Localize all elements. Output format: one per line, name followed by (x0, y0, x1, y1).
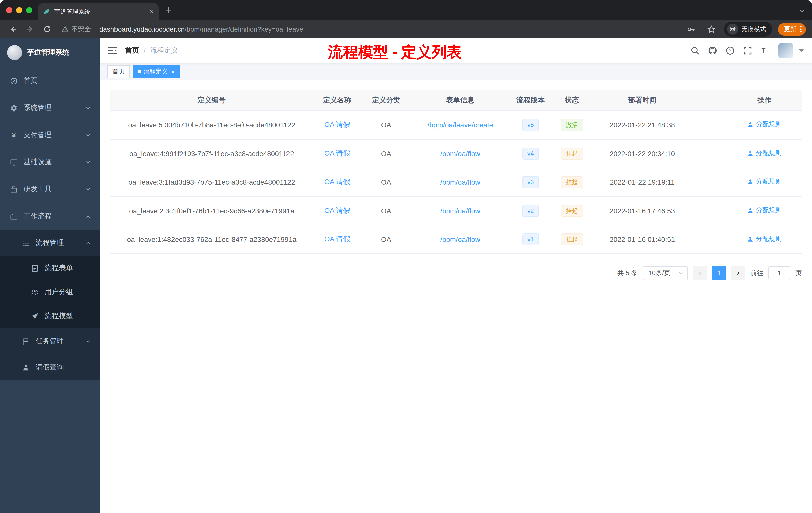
logo-title: 芋道管理系统 (27, 48, 69, 57)
person-icon (747, 121, 754, 128)
monitor-icon (10, 158, 18, 166)
sidebar-item-infra[interactable]: 基础设施 (0, 149, 100, 176)
form-link[interactable]: /bpm/oa/flow (440, 149, 480, 157)
page-1-button[interactable]: 1 (712, 266, 726, 280)
goto-unit: 页 (795, 268, 802, 277)
form-link[interactable]: /bpm/oa/leave/create (427, 121, 493, 129)
next-page-button[interactable] (731, 266, 745, 280)
bookmark-star-icon[interactable] (704, 22, 718, 36)
header-form-info: 表单信息 (411, 90, 509, 111)
security-chip[interactable]: 不安全 (61, 25, 91, 34)
table-row: oa_leave:3:1fad3d93-7b75-11ec-a3c8-acde4… (110, 168, 802, 196)
url-text[interactable]: dashboard.yudao.iocoder.cn/bpm/manager/d… (99, 25, 303, 33)
breadcrumb-separator: / (144, 47, 146, 55)
browser-update-button[interactable]: 更新 (778, 23, 806, 35)
warning-icon (61, 25, 69, 33)
header-definition-name: 定义名称 (313, 90, 361, 111)
tag-process-definition[interactable]: 流程定义 × (133, 65, 180, 78)
search-icon[interactable] (691, 46, 699, 55)
breadcrumb: 首页 / 流程定义 (125, 46, 178, 55)
status-badge: 激活 (561, 119, 583, 131)
document-icon (31, 264, 39, 272)
assign-rule-link[interactable]: 分配规则 (747, 120, 782, 129)
svg-text:¥: ¥ (12, 131, 16, 139)
page-size-select[interactable]: 10条/页 (643, 266, 688, 280)
definition-name-link[interactable]: OA 请假 (324, 149, 350, 157)
sidebar-item-user-group[interactable]: 用户分组 (0, 280, 100, 304)
sidebar-logo[interactable]: 芋道管理系统 (0, 38, 100, 67)
sidebar-item-home[interactable]: 首页 (0, 67, 100, 94)
avatar-caret-icon[interactable] (799, 49, 804, 52)
form-link[interactable]: /bpm/oa/flow (440, 207, 480, 215)
browser-tab[interactable]: 芋道管理系统 × (38, 3, 159, 20)
sidebar-item-payment[interactable]: ¥ 支付管理 (0, 121, 100, 149)
help-icon[interactable]: ? (726, 46, 735, 55)
svg-text:T: T (761, 47, 765, 55)
svg-text:?: ? (729, 48, 731, 54)
breadcrumb-home[interactable]: 首页 (125, 46, 139, 55)
header-status: 状态 (552, 90, 592, 111)
zoom-window-button[interactable] (26, 7, 32, 13)
status-badge: 挂起 (561, 147, 583, 159)
sidebar-item-leave-query[interactable]: 请假查询 (0, 354, 100, 381)
prev-page-button[interactable] (693, 266, 707, 280)
sidebar-item-task-mgmt[interactable]: 任务管理 (0, 328, 100, 354)
tab-search-icon[interactable] (799, 8, 805, 14)
back-button[interactable] (6, 22, 20, 36)
definition-name-link[interactable]: OA 请假 (324, 177, 350, 185)
user-avatar[interactable] (778, 43, 793, 58)
password-key-icon[interactable] (684, 22, 698, 36)
definition-name-link[interactable]: OA 请假 (324, 120, 350, 128)
incognito-indicator: 无痕模式 (724, 22, 772, 37)
fullscreen-icon[interactable] (743, 46, 752, 55)
tab-close-icon[interactable]: × (150, 8, 154, 15)
page-title-annotation: 流程模型 - 定义列表 (328, 42, 462, 63)
minimize-window-button[interactable] (16, 7, 22, 13)
window-controls (6, 7, 32, 13)
definition-name-link[interactable]: OA 请假 (324, 235, 350, 243)
status-badge: 挂起 (561, 233, 583, 245)
new-tab-button[interactable] (165, 6, 173, 14)
sidebar-item-workflow[interactable]: 工作流程 (0, 203, 100, 230)
github-icon[interactable] (708, 46, 717, 55)
cell-id: oa_leave:5:004b710b-7b8a-11ec-8ef0-acde4… (110, 111, 313, 139)
sidebar-item-process-mgmt[interactable]: 流程管理 (0, 230, 100, 256)
form-link[interactable]: /bpm/oa/flow (440, 235, 480, 243)
forward-button[interactable] (23, 22, 37, 36)
cell-category: OA (361, 168, 411, 196)
font-size-icon[interactable]: TT (761, 46, 770, 55)
sidebar-collapse-icon[interactable] (108, 47, 117, 55)
assign-rule-link[interactable]: 分配规则 (747, 177, 782, 186)
form-link[interactable]: /bpm/oa/flow (440, 178, 480, 186)
omnibox-divider (95, 25, 95, 33)
cell-category: OA (361, 196, 411, 225)
table-header-row: 定义编号 定义名称 定义分类 表单信息 流程版本 状态 部署时间 操作 (110, 90, 802, 111)
workflow-submenu: 流程管理 流程表单 用户分组 流程模型 任务管理 (0, 230, 100, 381)
assign-rule-link[interactable]: 分配规则 (747, 235, 782, 244)
tag-home[interactable]: 首页 (108, 65, 129, 78)
cell-category: OA (361, 139, 411, 168)
address-bar[interactable]: 不安全 dashboard.yudao.iocoder.cn/bpm/manag… (61, 25, 677, 34)
close-window-button[interactable] (6, 7, 12, 13)
chevron-down-icon (678, 270, 684, 275)
sidebar-item-system[interactable]: 系统管理 (0, 94, 100, 121)
reload-button[interactable] (40, 22, 54, 36)
top-navbar: 首页 / 流程定义 流程模型 - 定义列表 ? TT (100, 38, 812, 63)
sidebar-item-process-form[interactable]: 流程表单 (0, 256, 100, 280)
svg-text:T: T (766, 49, 769, 54)
person-icon (747, 150, 754, 157)
flag-icon (22, 338, 30, 345)
cell-filler (693, 111, 727, 139)
tag-close-icon[interactable]: × (171, 68, 175, 74)
definition-name-link[interactable]: OA 请假 (324, 206, 350, 214)
person-icon (22, 364, 30, 371)
gear-icon (10, 104, 18, 112)
assign-rule-link[interactable]: 分配规则 (747, 149, 782, 158)
sidebar-item-devtools[interactable]: 研发工具 (0, 176, 100, 203)
header-definition-id: 定义编号 (110, 90, 313, 111)
cell-filler (693, 139, 727, 168)
assign-rule-link[interactable]: 分配规则 (747, 206, 782, 215)
sidebar-item-process-model[interactable]: 流程模型 (0, 304, 100, 328)
goto-page-input[interactable] (768, 266, 790, 280)
chevron-down-icon (85, 186, 91, 192)
